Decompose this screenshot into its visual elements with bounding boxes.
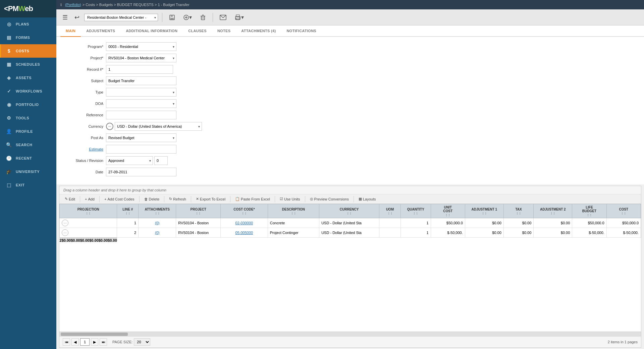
preview-conversions-button[interactable]: ◎ Preview Conversions <box>307 196 352 202</box>
row-menu-button[interactable]: ··· <box>62 220 68 226</box>
sidebar-item-portfolio[interactable]: ◉ PORTFOLIO <box>0 98 56 111</box>
record-input[interactable] <box>106 65 173 74</box>
estimate-input[interactable] <box>106 145 176 154</box>
sidebar-item-profile[interactable]: 👤 PROFILE <box>0 125 56 138</box>
paste-excel-button[interactable]: 📋 Paste From Excel <box>232 196 273 202</box>
col-cost-code[interactable]: COST CODE*⋮⋮ <box>221 204 268 218</box>
svg-rect-1 <box>171 15 173 17</box>
post-as-row: Post As Revised Budget <box>63 133 637 142</box>
col-attachments[interactable]: ATTACHMENTS⋮⋮ <box>139 204 176 218</box>
portfolio-link[interactable]: (Portfolio) <box>65 3 81 7</box>
row-unit-cost: $-50,000. <box>431 228 465 238</box>
col-life-budget[interactable]: LIFEBUDGET⋮⋮ <box>572 204 606 218</box>
col-adjustment1[interactable]: ADJUSTMENT 1⋮⋮ <box>465 204 503 218</box>
sidebar-item-assets[interactable]: ◈ ASSETS <box>0 71 56 84</box>
delete-button[interactable] <box>197 13 209 22</box>
tab-notes[interactable]: NOTES <box>212 25 236 37</box>
sidebar-item-exit[interactable]: ⬚ EXIT <box>0 178 56 192</box>
row-cost: $50,000.0 <box>606 218 641 228</box>
prev-page-button[interactable]: ◀ <box>71 338 79 346</box>
sidebar-item-forms[interactable]: ▤ FORMS <box>0 31 56 44</box>
date-input[interactable] <box>106 168 176 176</box>
sidebar-item-schedules[interactable]: ▦ SCHEDULES <box>0 58 56 71</box>
layouts-button[interactable]: ▦ Layouts <box>356 196 379 202</box>
add-button[interactable]: ▾ <box>180 13 195 22</box>
col-project[interactable]: PROJECT⋮⋮ <box>176 204 221 218</box>
col-uom[interactable]: UOM⋮⋮ <box>379 204 401 218</box>
row-attachments[interactable]: (0) <box>139 228 176 238</box>
edit-button[interactable]: ✎ Edit <box>62 196 78 202</box>
grid-table-wrapper: PROJECTION⋮⋮ LINE #⋮⋮ ATTACHMENTS⋮⋮ PROJ… <box>59 204 641 332</box>
save-button[interactable] <box>166 13 178 22</box>
page-size-select[interactable]: 20 50 100 <box>134 338 150 346</box>
col-quantity[interactable]: QUANTITY⋮⋮ <box>401 204 431 218</box>
grid-add-button[interactable]: + Add <box>82 196 97 202</box>
grid-delete-button[interactable]: 🗑 Delete <box>142 196 162 202</box>
export-excel-button[interactable]: ✕ Export To Excel <box>193 196 228 202</box>
undo-button[interactable]: ↩ <box>72 12 82 22</box>
project-select[interactable]: RVS0104 - Boston Medical Center <box>106 54 176 62</box>
col-cost[interactable]: COST⋮⋮ <box>606 204 641 218</box>
last-page-button[interactable]: ⏭ <box>100 338 107 346</box>
row-menu-cell[interactable]: ··· <box>60 228 117 238</box>
first-page-button[interactable]: ⏮ <box>63 338 70 346</box>
col-currency[interactable]: CURRENCY⋮⋮ <box>319 204 379 218</box>
row-cost-code[interactable]: 05-005000 <box>221 228 268 238</box>
sidebar-item-search[interactable]: 🔍 SEARCH <box>0 138 56 152</box>
type-select[interactable] <box>106 88 176 97</box>
sidebar-item-university[interactable]: 🎓 UNIVERSITY <box>0 165 56 178</box>
grid-container: Drag a column header and drop it here to… <box>59 186 641 348</box>
revision-input[interactable] <box>154 156 168 165</box>
row-cost-code[interactable]: 02-030000 <box>221 218 268 228</box>
status-select[interactable]: Approved <box>106 156 153 165</box>
program-select[interactable]: 0003 - Residential <box>106 42 176 51</box>
menu-button[interactable]: ☰ <box>60 12 70 22</box>
tab-notifications[interactable]: NOTIFICATIONS <box>281 25 322 37</box>
sidebar-item-costs[interactable]: $ COSTS <box>0 44 56 58</box>
tools-icon: ⚙ <box>6 115 12 121</box>
horizontal-scrollbar[interactable] <box>59 332 641 336</box>
sidebar-item-plans[interactable]: ◎ PLANS <box>0 17 56 31</box>
row-menu-button[interactable]: ··· <box>62 229 68 236</box>
col-line[interactable]: LINE #⋮⋮ <box>117 204 139 218</box>
estimate-link[interactable]: Estimate <box>63 147 103 151</box>
tab-attachments[interactable]: ATTACHMENTS (4) <box>236 25 281 37</box>
col-projection[interactable]: PROJECTION⋮⋮ <box>60 204 117 218</box>
tab-main[interactable]: MAIN <box>60 25 81 37</box>
col-adjustment2[interactable]: ADJUSTMENT 2⋮⋮ <box>534 204 572 218</box>
scrollbar-thumb[interactable] <box>61 333 128 336</box>
row-menu-cell[interactable]: ··· <box>60 218 117 228</box>
subject-input[interactable] <box>106 76 176 85</box>
post-as-select[interactable]: Revised Budget <box>106 133 176 142</box>
footer-row: 2 $0.00 $0.00 $0.00 $0.00 $0.00 $0.00 <box>60 238 117 242</box>
layouts-icon: ▦ <box>359 197 362 201</box>
tab-additional[interactable]: ADDITIONAL INFORMATION <box>120 25 183 37</box>
grid-delete-icon: 🗑 <box>144 197 148 201</box>
currency-options-icon[interactable]: ··· <box>106 123 113 130</box>
project-selector[interactable]: Residential-Boston Medical Center - <box>84 14 158 21</box>
tab-clauses[interactable]: CLAUSES <box>183 25 212 37</box>
next-page-button[interactable]: ▶ <box>91 338 98 346</box>
add-cost-codes-button[interactable]: + Add Cost Codes <box>102 196 137 202</box>
col-tax[interactable]: TAX⋮⋮ <box>503 204 533 218</box>
print-button[interactable]: ▾ <box>232 13 247 22</box>
row-attachments[interactable]: (0) <box>139 218 176 228</box>
tab-adjustments[interactable]: ADJUSTMENTS <box>81 25 120 37</box>
sidebar-item-tools[interactable]: ⚙ TOOLS <box>0 111 56 125</box>
doa-select[interactable] <box>106 99 176 108</box>
reference-input[interactable] <box>106 111 176 119</box>
currency-select[interactable]: USD - Dollar (United States of America) <box>115 122 202 131</box>
sidebar-item-recent[interactable]: 🕐 RECENT <box>0 152 56 165</box>
page-number-input[interactable] <box>80 338 90 346</box>
col-description[interactable]: DESCRIPTION⋮⋮ <box>268 204 319 218</box>
col-unit-cost[interactable]: UNITCOST⋮⋮ <box>431 204 465 218</box>
grid-drag-hint: Drag a column header and drop it here to… <box>59 186 641 194</box>
use-units-button[interactable]: ☑ Use Units <box>277 196 303 202</box>
row-adjustment1: $0.00 <box>465 228 503 238</box>
sidebar-item-workflows[interactable]: ✓ WORKFLOWS <box>0 84 56 98</box>
refresh-button[interactable]: ↻ Refresh <box>166 196 189 202</box>
row-cost: $-50,000. <box>606 228 641 238</box>
assets-icon: ◈ <box>6 74 12 81</box>
email-button[interactable] <box>217 13 229 21</box>
program-label: Program* <box>63 45 103 49</box>
